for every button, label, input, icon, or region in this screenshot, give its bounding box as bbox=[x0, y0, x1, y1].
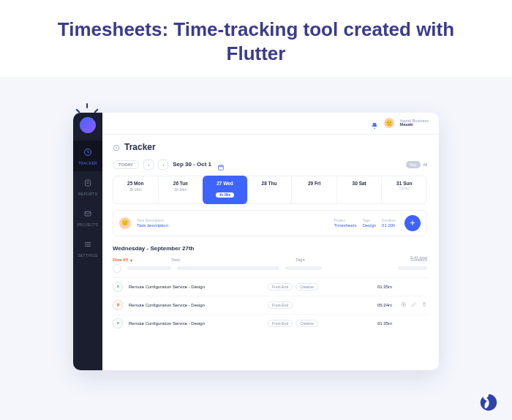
play-icon[interactable] bbox=[113, 318, 123, 329]
tag-chip: Front-End bbox=[268, 283, 293, 290]
clock-icon bbox=[113, 143, 120, 151]
page-headline: Timesheets: Time-tracking tool created w… bbox=[0, 0, 512, 77]
report-icon bbox=[83, 177, 92, 190]
sidebar-item-tracker[interactable]: TRACKER bbox=[73, 140, 102, 171]
task-row[interactable]: Remote Configuration Service - DesignFro… bbox=[113, 277, 427, 296]
view-toggle[interactable]: Day All bbox=[406, 161, 427, 168]
trash-icon[interactable] bbox=[421, 301, 427, 308]
date-range: Sep 30 - Oct 1 bbox=[173, 161, 211, 168]
play-icon[interactable] bbox=[113, 282, 123, 292]
sidebar: TRACKER REPORTS PROJECTS SETTINGS bbox=[73, 113, 102, 370]
sparkle-decoration bbox=[78, 103, 97, 122]
date-controls: TODAY ‹ › Sep 30 - Oct 1 Day All bbox=[113, 160, 427, 170]
svg-rect-4 bbox=[219, 165, 224, 170]
prev-button[interactable]: ‹ bbox=[143, 160, 154, 170]
breadcrumb: Apptel Business Masaki bbox=[400, 119, 429, 127]
sidebar-item-label: PROJECTS bbox=[77, 222, 98, 227]
brand-mark bbox=[478, 392, 499, 413]
person-filter[interactable]: Dive 65 ▾ bbox=[113, 258, 171, 263]
stage-backdrop: TRACKER REPORTS PROJECTS SETTINGS bbox=[0, 77, 512, 420]
pause-icon[interactable] bbox=[113, 300, 123, 310]
calendar-icon[interactable] bbox=[217, 161, 225, 168]
entry-tags[interactable]: Tags Design bbox=[362, 218, 376, 228]
sidebar-item-settings[interactable]: SETTINGS bbox=[73, 233, 102, 263]
new-entry-row: 🙂 Task Description Task description Proj… bbox=[113, 210, 427, 236]
app-window: TRACKER REPORTS PROJECTS SETTINGS bbox=[73, 113, 439, 370]
tag-chip: Front-End bbox=[268, 320, 293, 327]
sidebar-item-reports[interactable]: REPORTS bbox=[73, 171, 102, 202]
entry-project[interactable]: Project Timesheets bbox=[334, 218, 357, 228]
task-row[interactable]: Remote Configuration Service - DesignFro… bbox=[113, 314, 427, 332]
tag-chip: Creative bbox=[295, 283, 318, 290]
sidebar-item-projects[interactable]: PROJECTS bbox=[73, 202, 102, 233]
day-cell[interactable]: 27 Wed4h 38m bbox=[203, 176, 248, 204]
sidebar-item-label: SETTINGS bbox=[78, 253, 97, 258]
day-cell[interactable]: 26 Tue2h 34m bbox=[159, 176, 204, 203]
chevron-down-icon: ▾ bbox=[130, 258, 132, 263]
day-cell[interactable]: 25 Mon3h 24m bbox=[113, 176, 159, 203]
add-entry-button[interactable]: + bbox=[404, 215, 421, 231]
sidebar-item-label: TRACKER bbox=[78, 161, 97, 165]
avatar[interactable]: 🙂 bbox=[384, 118, 394, 128]
entry-description[interactable]: Task Description Task description bbox=[137, 218, 328, 228]
day-cell[interactable]: 28 Thu bbox=[247, 176, 293, 203]
tag-chip: Front-End bbox=[268, 301, 293, 309]
bell-icon[interactable] bbox=[371, 119, 378, 127]
day-cell[interactable]: 31 SunClosed bbox=[382, 176, 426, 203]
day-section-title: Wednesday - September 27th bbox=[113, 245, 427, 252]
entry-duration[interactable]: Duration 01:20h bbox=[382, 218, 396, 228]
mail-icon bbox=[83, 208, 92, 221]
avatar: 🙂 bbox=[119, 217, 131, 229]
day-cell[interactable]: 30 Sat bbox=[337, 176, 383, 203]
page-title: Tracker bbox=[113, 142, 427, 152]
clock-icon bbox=[83, 146, 92, 160]
play-icon[interactable] bbox=[401, 301, 407, 308]
week-strip: 25 Mon3h 24m26 Tue2h 34m27 Wed4h 38m28 T… bbox=[113, 176, 427, 204]
next-button[interactable]: › bbox=[158, 160, 168, 170]
tag-chip: Creative bbox=[295, 320, 318, 327]
main-panel: 🙂 Apptel Business Masaki Tracker TODAY ‹ bbox=[102, 113, 439, 370]
today-button[interactable]: TODAY bbox=[113, 160, 139, 169]
task-row[interactable]: Remote Configuration Service - DesignFro… bbox=[113, 296, 427, 314]
list-header: Dive 65 ▾ Task Tags Duration bbox=[113, 258, 427, 263]
stack-icon bbox=[83, 239, 92, 252]
topbar: 🙂 Apptel Business Masaki bbox=[102, 113, 439, 135]
sidebar-item-label: REPORTS bbox=[78, 192, 97, 196]
day-cell[interactable]: 29 Fri bbox=[292, 176, 337, 203]
placeholder-row bbox=[113, 264, 427, 273]
content-area: Tracker TODAY ‹ › Sep 30 - Oct 1 Day All bbox=[102, 135, 439, 341]
edit-icon[interactable] bbox=[411, 301, 417, 308]
